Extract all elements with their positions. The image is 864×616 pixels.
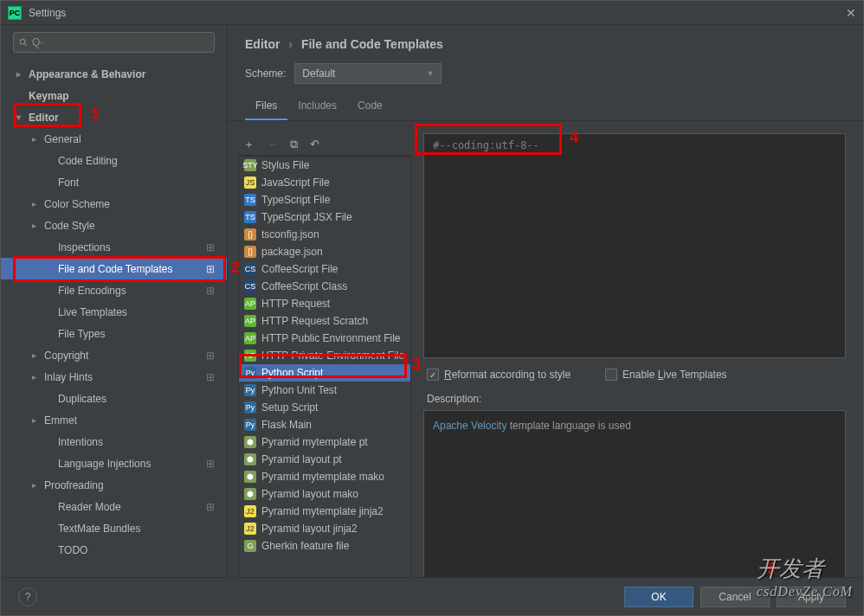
tree-item[interactable]: ▸Copyright⊞ <box>1 344 227 366</box>
scheme-value: Default <box>302 67 335 80</box>
tree-item[interactable]: TODO <box>1 539 227 561</box>
breadcrumb-parent[interactable]: Editor <box>245 37 280 51</box>
tree-label: Inspections <box>58 241 111 253</box>
tree-item[interactable]: ▸Appearance & Behavior <box>1 63 227 85</box>
tree-item[interactable]: File Encodings⊞ <box>1 279 227 301</box>
tree-item[interactable]: Language Injections⊞ <box>1 452 227 474</box>
tree-item[interactable]: Inspections⊞ <box>1 236 227 258</box>
file-icon: Py <box>244 384 256 396</box>
expand-icon: ▸ <box>16 69 29 79</box>
template-name: Pyramid layout pt <box>261 453 342 465</box>
copy-icon[interactable]: ⧉ <box>290 138 298 151</box>
expand-icon: ▸ <box>32 221 44 230</box>
tree-label: File Encodings <box>58 285 126 297</box>
tree-item[interactable]: TextMate Bundles <box>1 517 227 539</box>
tree-label: Emmet <box>44 414 77 427</box>
template-row[interactable]: ⬢Pyramid layout pt <box>239 451 410 468</box>
tree-item[interactable]: Keymap <box>1 85 227 106</box>
editor-content: #--coding:utf-8-- <box>433 139 539 151</box>
file-icon: {} <box>244 228 256 241</box>
template-row[interactable]: ⬢Pyramid mytemplate pt <box>239 433 410 451</box>
velocity-link[interactable]: Apache Velocity <box>433 420 506 432</box>
tree-item[interactable]: ▸Emmet <box>1 409 227 431</box>
template-row[interactable]: {}tsconfig.json <box>239 226 410 243</box>
tab-files[interactable]: Files <box>245 93 287 120</box>
tree-item[interactable]: File and Code Templates⊞ <box>1 258 227 279</box>
template-name: Pyramid layout jinja2 <box>261 523 358 535</box>
file-icon: {} <box>244 246 256 258</box>
template-row[interactable]: APHTTP Public Environment File <box>239 330 410 347</box>
template-name: Flask Main <box>261 419 312 431</box>
template-list[interactable]: STYStylus FileJSJavaScript FileTSTypeScr… <box>238 156 411 579</box>
template-row[interactable]: JSJavaScript File <box>239 174 410 191</box>
cancel-button[interactable]: Cancel <box>700 587 770 607</box>
search-input[interactable]: Q- <box>13 32 215 53</box>
template-name: CoffeeScript Class <box>261 280 347 292</box>
scheme-combo[interactable]: Default ▼ <box>294 63 442 84</box>
tree-item[interactable]: Reader Mode⊞ <box>1 496 227 517</box>
template-row[interactable]: ⬢Pyramid layout mako <box>239 485 410 503</box>
template-row[interactable]: ⬢Pyramid mytemplate mako <box>239 468 410 485</box>
file-icon: ⬢ <box>244 488 256 500</box>
revert-icon[interactable]: ↶ <box>310 138 319 151</box>
template-row[interactable]: PyPython Script <box>239 364 410 382</box>
tree-label: File Types <box>58 328 105 340</box>
tree-item[interactable]: ▸Color Scheme <box>1 193 227 215</box>
tree-item[interactable]: File Types <box>1 323 227 344</box>
tree-item[interactable]: ▸General <box>1 128 227 150</box>
tree-item[interactable]: Intentions <box>1 431 227 452</box>
template-name: Python Unit Test <box>261 384 337 396</box>
file-icon: CS <box>244 263 256 275</box>
template-name: tsconfig.json <box>261 228 319 241</box>
expand-icon: ▸ <box>32 199 44 209</box>
file-icon: G <box>244 540 256 552</box>
template-row[interactable]: PySetup Script <box>239 399 410 416</box>
template-tabs: FilesIncludesCode <box>228 93 863 121</box>
template-row[interactable]: STYStylus File <box>239 157 410 174</box>
expand-icon: ▸ <box>32 350 44 360</box>
live-templates-checkbox[interactable]: Enable Live Templates <box>605 369 727 381</box>
tree-item[interactable]: ▸Inlay Hints⊞ <box>1 366 227 388</box>
template-row[interactable]: APHTTP Request <box>239 295 410 312</box>
file-icon: ⬢ <box>244 436 256 448</box>
template-row[interactable]: J2Pyramid layout jinja2 <box>239 520 410 537</box>
tree-item[interactable]: Live Templates <box>1 301 227 323</box>
add-icon[interactable]: ＋ <box>243 137 255 152</box>
template-row[interactable]: CSCoffeeScript Class <box>239 278 410 295</box>
template-row[interactable]: {}package.json <box>239 243 410 260</box>
tree-label: Inlay Hints <box>44 371 93 383</box>
template-row[interactable]: APHTTP Private Environment File <box>239 347 410 364</box>
help-button[interactable]: ? <box>18 587 37 606</box>
template-row[interactable]: PyPython Unit Test <box>239 382 410 399</box>
tree-item[interactable]: ▸Code Style <box>1 215 227 236</box>
template-row[interactable]: APHTTP Request Scratch <box>239 312 410 330</box>
tree-item[interactable]: Duplicates <box>1 388 227 409</box>
reformat-checkbox[interactable]: Reformat according to style <box>427 369 571 381</box>
tree-item[interactable]: Code Editing <box>1 150 227 171</box>
tab-includes[interactable]: Includes <box>287 93 347 120</box>
template-row[interactable]: PyFlask Main <box>239 416 410 433</box>
template-row[interactable]: J2Pyramid mytemplate jinja2 <box>239 503 410 520</box>
template-row[interactable]: TSTypeScript File <box>239 191 410 209</box>
tree-label: Language Injections <box>58 458 151 470</box>
close-icon[interactable]: ✕ <box>846 6 856 20</box>
template-name: JavaScript File <box>261 176 330 189</box>
template-row[interactable]: GGherkin feature file <box>239 537 410 555</box>
template-name: Pyramid layout mako <box>261 488 358 500</box>
app-icon: PC <box>8 6 22 20</box>
template-row[interactable]: CSCoffeeScript File <box>239 260 410 278</box>
template-name: HTTP Public Environment File <box>261 332 401 344</box>
tree-item[interactable]: Font <box>1 171 227 193</box>
tree-label: File and Code Templates <box>58 263 173 275</box>
tab-code[interactable]: Code <box>347 93 393 120</box>
file-icon: J2 <box>244 523 256 535</box>
description-box: Apache Velocity template language is use… <box>423 410 846 579</box>
apply-button[interactable]: Apply <box>777 587 846 607</box>
remove-icon[interactable]: － <box>267 137 278 152</box>
ok-button[interactable]: OK <box>624 587 693 607</box>
project-badge-icon: ⊞ <box>206 263 215 275</box>
template-editor[interactable]: #--coding:utf-8-- <box>423 133 846 358</box>
tree-item[interactable]: ▸Proofreading <box>1 474 227 496</box>
tree-item[interactable]: ▾Editor <box>1 106 227 128</box>
template-row[interactable]: TSTypeScript JSX File <box>239 209 410 226</box>
